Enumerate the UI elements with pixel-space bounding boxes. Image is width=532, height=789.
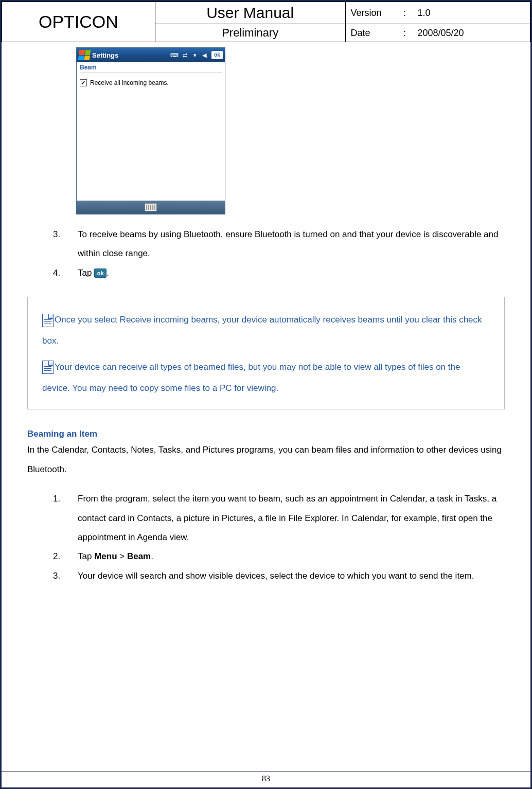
title-cell: User Manual [155,2,345,24]
windows-logo-icon[interactable] [78,50,91,60]
screenshot-titlebar: Settings ⌨ ⇄ ▾ ◀꜀ ok [77,48,225,62]
bottom-numbered-list: 1. From the program, select the item you… [53,489,505,585]
doc-title: User Manual [161,4,340,22]
item-number: 2. [53,547,78,566]
item-number: 1. [53,489,78,547]
screenshot-title: Settings [92,51,170,59]
note-icon [42,361,54,374]
mid-gt: > [117,551,127,561]
document-header: OPTICON User Manual Version : 1.0 Prelim… [2,2,530,42]
note-text: Once you select Receive incoming beams, … [42,315,482,346]
top-numbered-list: 3. To receive beams by using Bluetooth, … [53,225,505,282]
meta-version: Version : 1.0 [345,2,530,24]
receive-beams-checkbox[interactable]: ✓ [80,79,87,86]
suffix-dot: . [151,551,153,561]
brand-text: OPTICON [39,12,118,31]
page-number: 83 [2,774,530,783]
beaming-item-heading: Beaming an Item [27,429,505,439]
subtitle-cell: Preliminary [155,24,345,42]
item-number: 3. [53,225,78,263]
list-item: 3. Your device will search and show visi… [53,566,505,585]
note-paragraph: Once you select Receive incoming beams, … [42,310,490,352]
item-text: Tap Menu > Beam. [78,547,505,566]
content-area: Settings ⌨ ⇄ ▾ ◀꜀ ok Beam ✓ Receive all … [2,42,530,585]
note-icon [42,314,54,327]
item-text: Tap ok. [78,263,505,282]
screenshot-body: ✓ Receive all incoming beams. [77,76,225,201]
list-item: 2. Tap Menu > Beam. [53,547,505,566]
tap-prefix: Tap [78,268,94,278]
item-number: 4. [53,263,78,282]
list-item: 4. Tap ok. [53,263,505,282]
version-label: Version [351,8,397,19]
bottom-rule [2,772,530,772]
date-label: Date [351,28,397,39]
meta-date: Date : 2008/05/20 [345,24,530,42]
tab-underline [80,73,222,73]
item-number: 3. [53,566,78,585]
menu-bold: Menu [94,551,117,561]
volume-tray-icon[interactable]: ◀꜀ [201,51,209,59]
tap-suffix: . [107,268,109,278]
sip-keyboard-icon[interactable] [145,203,157,211]
inline-ok-icon: ok [94,268,107,278]
item-text: To receive beams by using Bluetooth, ens… [78,225,505,263]
beam-bold: Beam [127,551,151,561]
note-paragraph: Your device can receive all types of bea… [42,357,490,399]
colon: : [397,8,413,19]
page-frame: OPTICON User Manual Version : 1.0 Prelim… [0,0,532,789]
colon-2: : [397,28,413,39]
doc-subtitle: Preliminary [161,26,340,40]
section-intro: In the Calendar, Contacts, Notes, Tasks,… [27,440,505,479]
list-item: 1. From the program, select the item you… [53,489,505,547]
net-tray-icon[interactable]: ⇄ [181,51,189,59]
tap-prefix: Tap [78,551,94,561]
screenshot-bottombar [77,201,225,214]
keyboard-tray-icon[interactable]: ⌨ [170,51,179,59]
list-item: 3. To receive beams by using Bluetooth, … [53,225,505,263]
system-tray: ⌨ ⇄ ▾ ◀꜀ ok [170,51,225,59]
beam-tab[interactable]: Beam [77,62,225,73]
item-text: From the program, select the item you wa… [78,489,505,547]
item-text: Your device will search and show visible… [78,566,505,585]
receive-beams-row: ✓ Receive all incoming beams. [80,79,222,86]
settings-screenshot: Settings ⌨ ⇄ ▾ ◀꜀ ok Beam ✓ Receive all … [76,47,225,214]
ok-button[interactable]: ok [211,51,223,59]
version-value: 1.0 [413,8,525,19]
date-value: 2008/05/20 [413,28,525,39]
receive-beams-label: Receive all incoming beams. [90,79,169,86]
note-text: Your device can receive all types of bea… [42,362,460,393]
note-box: Once you select Receive incoming beams, … [27,297,505,409]
signal-tray-icon[interactable]: ▾ [191,51,199,59]
brand-cell: OPTICON [2,2,155,42]
